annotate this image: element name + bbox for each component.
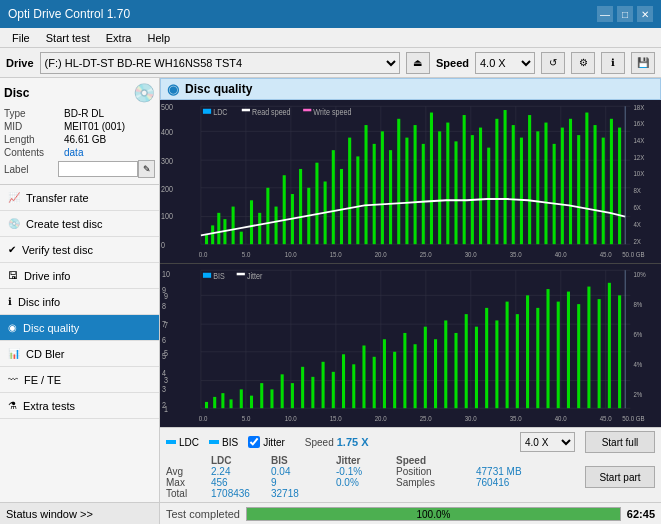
svg-rect-95 xyxy=(577,135,580,244)
nav-cd-bler[interactable]: 📊 CD Bler xyxy=(0,341,159,367)
svg-rect-192 xyxy=(598,299,601,408)
svg-rect-184 xyxy=(516,314,519,408)
svg-text:8: 8 xyxy=(162,301,166,311)
stats-avg-bis: 0.04 xyxy=(271,466,326,477)
nav-items: 📈 Transfer rate 💿 Create test disc ✔ Ver… xyxy=(0,185,159,502)
refresh-button[interactable]: ↺ xyxy=(541,52,565,74)
nav-disc-info[interactable]: ℹ Disc info xyxy=(0,289,159,315)
svg-rect-191 xyxy=(587,287,590,409)
minimize-button[interactable]: — xyxy=(597,6,613,22)
status-window-button[interactable]: Status window >> xyxy=(0,502,159,524)
svg-text:35.0: 35.0 xyxy=(510,414,522,422)
svg-rect-49 xyxy=(205,234,208,244)
svg-rect-165 xyxy=(322,362,325,408)
svg-rect-102 xyxy=(160,264,661,427)
progress-container: 100.0% xyxy=(246,507,621,521)
nav-transfer-rate-label: Transfer rate xyxy=(26,192,89,204)
svg-rect-72 xyxy=(389,150,392,244)
svg-rect-61 xyxy=(299,169,302,244)
titlebar: Opti Drive Control 1.70 — □ ✕ xyxy=(0,0,661,28)
stats-avg-jitter: -0.1% xyxy=(336,466,396,477)
stats-total-right xyxy=(476,488,556,499)
stats-speed-select[interactable]: 4.0 X xyxy=(520,432,575,452)
stats-max-spacer xyxy=(326,477,336,488)
svg-rect-163 xyxy=(301,367,304,408)
nav-extra-tests-label: Extra tests xyxy=(23,400,75,412)
svg-text:14X: 14X xyxy=(633,136,644,144)
legend-row: LDC BIS Jitter Speed 1.75 X 4.0 X xyxy=(166,431,655,453)
svg-rect-100 xyxy=(618,128,621,245)
drive-info-icon: 🖫 xyxy=(8,270,18,281)
svg-text:2X: 2X xyxy=(633,238,641,246)
disc-quality-icon: ◉ xyxy=(8,322,17,333)
speed-select[interactable]: 4.0 X xyxy=(475,52,535,74)
start-full-button[interactable]: Start full xyxy=(585,431,655,453)
svg-rect-76 xyxy=(422,144,425,244)
svg-text:16X: 16X xyxy=(633,120,644,128)
svg-text:40.0: 40.0 xyxy=(555,414,567,422)
svg-text:5.0: 5.0 xyxy=(242,414,251,422)
svg-text:12X: 12X xyxy=(633,154,644,162)
chart2-svg: 1 3 5 7 9 10 9 8 7 6 5 4 3 2 xyxy=(160,264,661,427)
cd-bler-icon: 📊 xyxy=(8,348,20,359)
svg-rect-177 xyxy=(444,320,447,408)
jitter-checkbox[interactable] xyxy=(248,436,260,448)
disc-label-input[interactable] xyxy=(58,161,138,177)
svg-rect-186 xyxy=(536,308,539,408)
svg-rect-79 xyxy=(446,123,449,245)
nav-create-test-disc[interactable]: 💿 Create test disc xyxy=(0,211,159,237)
svg-rect-74 xyxy=(405,138,408,245)
svg-text:400: 400 xyxy=(161,127,173,137)
stats-total-bis: 32718 xyxy=(271,488,326,499)
svg-rect-161 xyxy=(281,374,284,408)
nav-drive-info[interactable]: 🖫 Drive info xyxy=(0,263,159,289)
stats-ldc-header: LDC xyxy=(211,455,271,466)
stats-empty-header xyxy=(166,455,211,466)
legend-bis-label: BIS xyxy=(222,437,238,448)
start-part-button[interactable]: Start part xyxy=(585,466,655,488)
svg-rect-157 xyxy=(240,389,243,408)
svg-rect-91 xyxy=(544,123,547,245)
stats-avg-ldc: 2.24 xyxy=(211,466,271,477)
stats-max-jitter: 0.0% xyxy=(336,477,396,488)
svg-rect-168 xyxy=(352,364,355,408)
nav-disc-info-label: Disc info xyxy=(18,296,60,308)
save-button[interactable]: 💾 xyxy=(631,52,655,74)
drive-select[interactable]: (F:) HL-DT-ST BD-RE WH16NS58 TST4 xyxy=(40,52,400,74)
eject-button[interactable]: ⏏ xyxy=(406,52,430,74)
ldc-color-swatch xyxy=(166,440,176,444)
svg-text:4X: 4X xyxy=(633,220,641,228)
nav-disc-quality[interactable]: ◉ Disc quality xyxy=(0,315,159,341)
nav-fe-te[interactable]: 〰 FE / TE xyxy=(0,367,159,393)
menu-start-test[interactable]: Start test xyxy=(38,30,98,46)
close-button[interactable]: ✕ xyxy=(637,6,653,22)
svg-rect-54 xyxy=(240,232,243,245)
svg-rect-166 xyxy=(332,372,335,408)
svg-rect-172 xyxy=(393,352,396,408)
menu-help[interactable]: Help xyxy=(139,30,178,46)
svg-text:45.0: 45.0 xyxy=(600,250,612,258)
stats-bis-header: BIS xyxy=(271,455,326,466)
info-button[interactable]: ℹ xyxy=(601,52,625,74)
svg-rect-51 xyxy=(217,213,220,244)
nav-verify-test-disc[interactable]: ✔ Verify test disc xyxy=(0,237,159,263)
svg-rect-164 xyxy=(311,377,314,408)
nav-transfer-rate[interactable]: 📈 Transfer rate xyxy=(0,185,159,211)
status-window-label: Status window >> xyxy=(6,508,93,520)
svg-rect-57 xyxy=(266,188,269,244)
svg-text:Jitter: Jitter xyxy=(247,271,263,281)
speed-value: 1.75 X xyxy=(337,436,369,448)
menu-file[interactable]: File xyxy=(4,30,38,46)
disc-contents-label: Contents xyxy=(4,147,64,158)
svg-text:5: 5 xyxy=(162,352,166,362)
disc-label-btn[interactable]: ✎ xyxy=(138,160,155,178)
svg-rect-179 xyxy=(465,314,468,408)
nav-extra-tests[interactable]: ⚗ Extra tests xyxy=(0,393,159,419)
svg-rect-63 xyxy=(315,163,318,245)
maximize-button[interactable]: □ xyxy=(617,6,633,22)
stats-total-label: Total xyxy=(166,488,211,499)
svg-rect-66 xyxy=(340,169,343,244)
svg-text:9: 9 xyxy=(162,285,166,295)
settings-button[interactable]: ⚙ xyxy=(571,52,595,74)
menu-extra[interactable]: Extra xyxy=(98,30,140,46)
